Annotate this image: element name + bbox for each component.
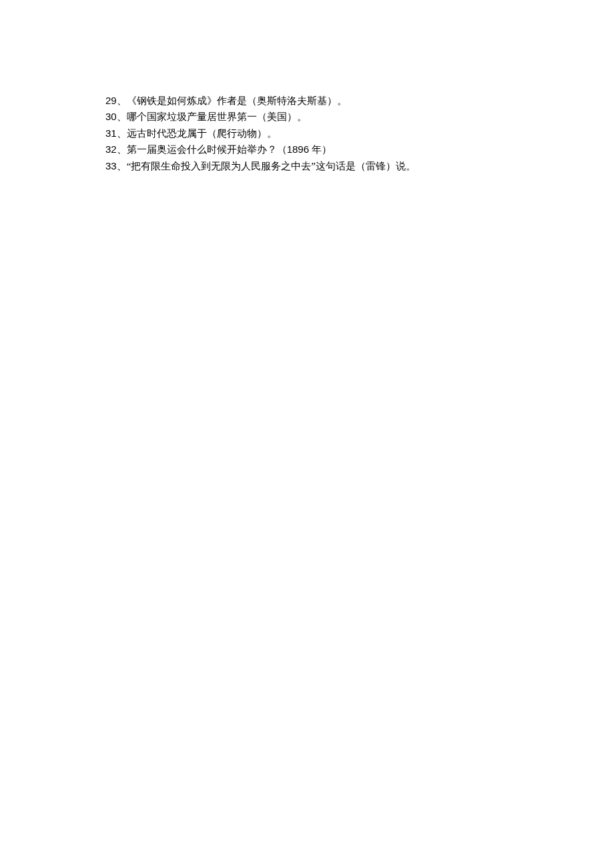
line-number: 29 (105, 95, 117, 106)
separator: 、 (117, 95, 127, 106)
separator: 、 (117, 144, 127, 155)
separator: 、 (117, 111, 127, 122)
line-number: 31 (105, 127, 117, 139)
line-text: 《钢铁是如何炼成》作者是（奥斯特洛夫斯基）。 (127, 95, 347, 106)
list-item: 30、哪个国家垃圾产量居世界第一（美国）。 (105, 109, 614, 125)
line-text: 哪个国家垃圾产量居世界第一（美国）。 (127, 111, 307, 122)
line-text: 远古时代恐龙属于（爬行动物）。 (127, 128, 277, 139)
separator: 、 (117, 161, 127, 171)
line-text: “把有限生命投入到无限为人民服务之中去”这句话是（雷锋）说。 (127, 161, 416, 171)
separator: 、 (117, 128, 127, 139)
list-item: 29、《钢铁是如何炼成》作者是（奥斯特洛夫斯基）。 (105, 93, 614, 109)
list-item: 32、第一届奥运会什么时候开始举办？（1896 年） (105, 141, 614, 157)
line-number: 32 (105, 143, 117, 155)
line-number: 30 (105, 111, 117, 122)
line-text-before: 第一届奥运会什么时候开始举办？（ (127, 144, 287, 155)
year-value: 1896 (287, 143, 309, 155)
line-text-after: 年） (309, 144, 332, 155)
line-number: 33 (105, 160, 117, 171)
list-item: 31、远古时代恐龙属于（爬行动物）。 (105, 125, 614, 141)
list-item: 33、“把有限生命投入到无限为人民服务之中去”这句话是（雷锋）说。 (105, 158, 614, 174)
